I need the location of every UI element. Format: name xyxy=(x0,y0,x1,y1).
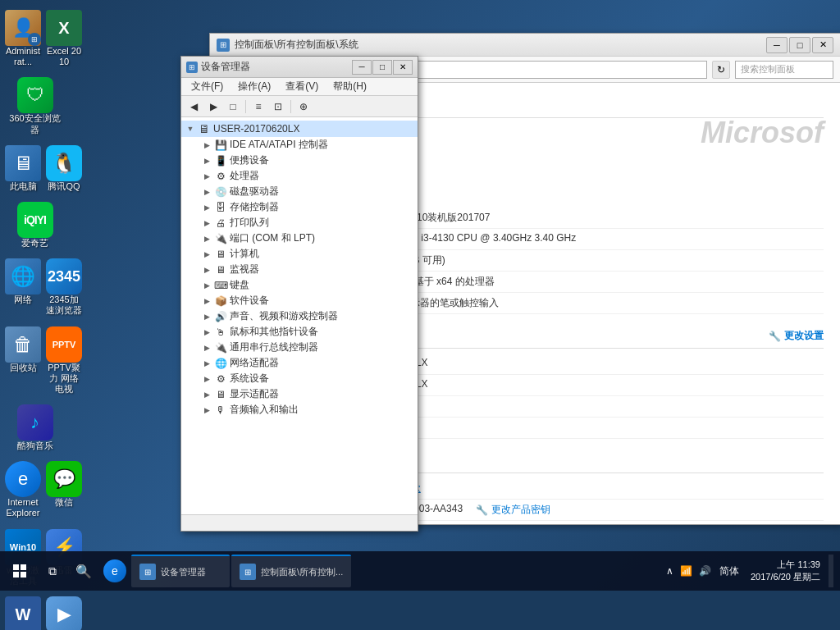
device-manager-toolbar: ◀ ▶ □ ≡ ⊡ ⊕ xyxy=(181,96,418,117)
tree-root-node[interactable]: ▼ 🖥 USER-20170620LX xyxy=(181,121,418,137)
expand-ide: ▶ xyxy=(201,139,212,151)
icon-storage: 🗄 xyxy=(214,201,227,214)
desktop: 👤 ⊞ Administrat... X Excel 2010 🛡 360安全浏… xyxy=(0,0,840,591)
qq-icon: 🐧 xyxy=(46,145,82,181)
dm-close-button[interactable]: ✕ xyxy=(393,60,413,75)
task-view-button[interactable]: ⧉ xyxy=(38,555,67,587)
desktop-icon-iqiyi[interactable]: iQIYI 爱奇艺 xyxy=(3,199,66,252)
taskbar-item-devmgr[interactable]: ⊞ 设备管理器 xyxy=(131,555,230,587)
tree-item-display[interactable]: ▶ 🖥 显示适配器 xyxy=(181,386,418,402)
desktop-icon-pptv[interactable]: PPTV PPTV聚力 网络电视 xyxy=(44,323,84,399)
tree-item-monitor[interactable]: ▶ 🖥 监视器 xyxy=(181,262,418,277)
desktop-icon-label-recycle: 回收站 xyxy=(10,363,37,373)
menu-file[interactable]: 文件(F) xyxy=(185,78,230,95)
change-key-button[interactable]: 🔧 更改产品密钥 xyxy=(476,503,550,517)
menu-view[interactable]: 查看(V) xyxy=(279,78,325,95)
desktop-icon-label-pptv: PPTV聚力 网络电视 xyxy=(46,363,82,395)
expand-storage: ▶ xyxy=(201,202,212,213)
taskbar-search-button[interactable]: 🔍 xyxy=(69,555,98,587)
desktop-icon-qq[interactable]: 🐧 腾讯QQ xyxy=(44,142,84,195)
desktop-icon-storm[interactable]: ▶ 暴风影音5 xyxy=(44,593,84,630)
taskbar-ie-button[interactable]: e xyxy=(100,555,130,587)
tree-item-portable[interactable]: ▶ 📱 便携设备 xyxy=(181,153,418,168)
dm-maximize-button[interactable]: □ xyxy=(372,60,392,75)
close-button[interactable]: ✕ xyxy=(812,37,833,53)
desktop-icon-recycle[interactable]: 🗑 回收站 xyxy=(3,323,43,399)
toolbar-separator-1 xyxy=(245,100,246,113)
device-manager-window: ⊞ 设备管理器 ─ □ ✕ 文件(F) 操作(A) 查看(V) 帮助(H) ◀ … xyxy=(180,56,418,532)
desktop-icon-network[interactable]: 🌐 网络 xyxy=(3,255,43,319)
iqiyi-icon: iQIYI xyxy=(17,202,53,238)
desktop-icon-word[interactable]: W Word 2010 xyxy=(3,593,43,630)
search-box[interactable]: 搜索控制面板 xyxy=(735,61,833,79)
label-storage: 存储控制器 xyxy=(230,200,279,214)
tree-item-disk[interactable]: ▶ 💿 磁盘驱动器 xyxy=(181,184,418,199)
tree-item-storage[interactable]: ▶ 🗄 存储控制器 xyxy=(181,199,418,215)
refresh-button[interactable]: ↻ xyxy=(712,61,730,79)
tree-item-system[interactable]: ▶ ⚙ 系统设备 xyxy=(181,371,418,386)
desktop-icon-computer[interactable]: 🖥 此电脑 xyxy=(3,142,43,195)
desktop-icon-label-computer: 此电脑 xyxy=(10,181,37,192)
expand-network: ▶ xyxy=(201,358,212,369)
start-button[interactable] xyxy=(3,555,36,587)
tree-item-network[interactable]: ▶ 🌐 网络适配器 xyxy=(181,355,418,371)
toolbar-refresh[interactable]: □ xyxy=(224,98,242,115)
change-settings-button[interactable]: 🔧 更改设置 xyxy=(769,329,824,343)
tree-item-usb[interactable]: ▶ 🔌 通用串行总线控制器 xyxy=(181,340,418,355)
toolbar-forward[interactable]: ▶ xyxy=(204,98,222,115)
tree-item-software[interactable]: ▶ 📦 软件设备 xyxy=(181,293,418,308)
tree-item-audioinout[interactable]: ▶ 🎙 音频输入和输出 xyxy=(181,402,418,418)
tray-network-icon[interactable]: 📶 xyxy=(678,564,694,578)
desktop-icon-360[interactable]: 🛡 360安全浏览器 xyxy=(3,74,66,138)
word-icon: W xyxy=(5,596,41,630)
ms-watermark: Microsof xyxy=(701,116,824,150)
tree-item-print[interactable]: ▶ 🖨 打印队列 xyxy=(181,215,418,231)
desktop-icon-admin[interactable]: 👤 ⊞ Administrat... xyxy=(3,7,43,71)
toolbar-prop2[interactable]: ⊡ xyxy=(269,98,287,115)
desktop-icon-2345[interactable]: 2345 2345加速浏览器 xyxy=(44,255,84,319)
minimize-button[interactable]: ─ xyxy=(766,37,788,53)
pptv-icon: PPTV xyxy=(46,326,82,363)
label-monitor: 监视器 xyxy=(230,262,259,276)
label-audio: 声音、视频和游戏控制器 xyxy=(230,309,338,323)
toolbar-scan[interactable]: ⊕ xyxy=(294,98,313,115)
label-system: 系统设备 xyxy=(230,372,269,386)
label-processor: 处理器 xyxy=(230,169,259,183)
tree-item-mouse[interactable]: ▶ 🖱 鼠标和其他指针设备 xyxy=(181,324,418,340)
tree-item-ide[interactable]: ▶ 💾 IDE ATA/ATAPI 控制器 xyxy=(181,137,418,153)
device-manager-menubar: 文件(F) 操作(A) 查看(V) 帮助(H) xyxy=(181,78,418,96)
storm-icon: ▶ xyxy=(46,596,82,630)
tray-arrow-icon[interactable]: ∧ xyxy=(664,564,675,578)
menu-action[interactable]: 操作(A) xyxy=(231,78,277,95)
toolbar-back[interactable]: ◀ xyxy=(185,98,203,115)
icon-audioinout: 🎙 xyxy=(214,404,227,417)
menu-help[interactable]: 帮助(H) xyxy=(326,78,373,95)
label-network: 网络适配器 xyxy=(230,356,279,370)
tree-item-port[interactable]: ▶ 🔌 端口 (COM 和 LPT) xyxy=(181,231,418,246)
tray-volume-icon[interactable]: 🔊 xyxy=(697,564,713,578)
desktop-icon-ie[interactable]: e Internet Explorer xyxy=(3,458,43,522)
tree-item-audio[interactable]: ▶ 🔊 声音、视频和游戏控制器 xyxy=(181,308,418,324)
maximize-button[interactable]: □ xyxy=(789,37,810,53)
tree-item-computer[interactable]: ▶ 🖥 计算机 xyxy=(181,246,418,262)
icon-print: 🖨 xyxy=(214,217,227,230)
dm-minimize-button[interactable]: ─ xyxy=(352,60,372,75)
desktop-icon-kugou[interactable]: ♪ 酷狗音乐 xyxy=(3,401,66,454)
icon-keyboard: ⌨ xyxy=(214,279,227,292)
icon-computer: 🖥 xyxy=(214,248,227,261)
tray-icons-area: ∧ 📶 🔊 xyxy=(664,564,713,578)
label-display: 显示适配器 xyxy=(230,387,279,401)
tray-language[interactable]: 简体 xyxy=(716,563,742,580)
show-desktop-button[interactable] xyxy=(829,555,833,587)
start-sq-2 xyxy=(21,564,26,570)
desktop-icon-wechat[interactable]: 💬 微信 xyxy=(44,458,84,522)
desktop-icon-excel[interactable]: X Excel 2010 xyxy=(44,7,84,71)
taskbar-ctrlpanel-label: 控制面板\所有控制... xyxy=(261,566,343,578)
taskbar-ctrlpanel-icon: ⊞ xyxy=(240,564,256,580)
device-manager-title-text: 设备管理器 xyxy=(201,60,349,74)
tree-item-processor[interactable]: ▶ ⚙ 处理器 xyxy=(181,168,418,184)
taskbar-item-ctrlpanel[interactable]: ⊞ 控制面板\所有控制... xyxy=(231,555,351,587)
toolbar-prop1[interactable]: ≡ xyxy=(249,98,267,115)
tree-item-keyboard[interactable]: ▶ ⌨ 键盘 xyxy=(181,277,418,293)
clock-area[interactable]: 上午 11:39 2017/6/20 星期二 xyxy=(746,559,825,584)
